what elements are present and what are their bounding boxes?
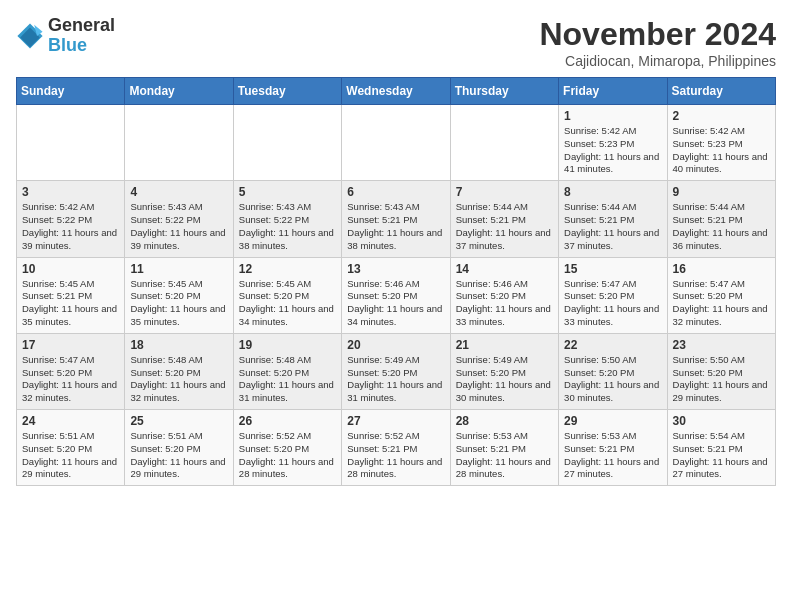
day-number: 20 [347,338,444,352]
day-info: Sunrise: 5:47 AM Sunset: 5:20 PM Dayligh… [564,278,661,329]
weekday-header-saturday: Saturday [667,78,775,105]
calendar-cell: 4Sunrise: 5:43 AM Sunset: 5:22 PM Daylig… [125,181,233,257]
day-info: Sunrise: 5:48 AM Sunset: 5:20 PM Dayligh… [239,354,336,405]
calendar-cell [17,105,125,181]
calendar-cell [125,105,233,181]
calendar-cell: 18Sunrise: 5:48 AM Sunset: 5:20 PM Dayli… [125,333,233,409]
weekday-header-tuesday: Tuesday [233,78,341,105]
calendar-cell: 7Sunrise: 5:44 AM Sunset: 5:21 PM Daylig… [450,181,558,257]
day-info: Sunrise: 5:47 AM Sunset: 5:20 PM Dayligh… [22,354,119,405]
day-number: 15 [564,262,661,276]
day-info: Sunrise: 5:51 AM Sunset: 5:20 PM Dayligh… [130,430,227,481]
day-info: Sunrise: 5:52 AM Sunset: 5:20 PM Dayligh… [239,430,336,481]
calendar-cell [342,105,450,181]
day-number: 8 [564,185,661,199]
calendar-cell: 17Sunrise: 5:47 AM Sunset: 5:20 PM Dayli… [17,333,125,409]
day-info: Sunrise: 5:42 AM Sunset: 5:23 PM Dayligh… [673,125,770,176]
day-info: Sunrise: 5:47 AM Sunset: 5:20 PM Dayligh… [673,278,770,329]
page-header: General Blue November 2024 Cajidiocan, M… [16,16,776,69]
day-number: 5 [239,185,336,199]
day-info: Sunrise: 5:49 AM Sunset: 5:20 PM Dayligh… [347,354,444,405]
calendar-cell: 5Sunrise: 5:43 AM Sunset: 5:22 PM Daylig… [233,181,341,257]
calendar-week-row: 17Sunrise: 5:47 AM Sunset: 5:20 PM Dayli… [17,333,776,409]
calendar-cell: 1Sunrise: 5:42 AM Sunset: 5:23 PM Daylig… [559,105,667,181]
day-number: 22 [564,338,661,352]
day-info: Sunrise: 5:52 AM Sunset: 5:21 PM Dayligh… [347,430,444,481]
calendar-cell: 25Sunrise: 5:51 AM Sunset: 5:20 PM Dayli… [125,410,233,486]
day-number: 17 [22,338,119,352]
calendar-cell: 30Sunrise: 5:54 AM Sunset: 5:21 PM Dayli… [667,410,775,486]
day-number: 24 [22,414,119,428]
day-info: Sunrise: 5:42 AM Sunset: 5:23 PM Dayligh… [564,125,661,176]
day-info: Sunrise: 5:42 AM Sunset: 5:22 PM Dayligh… [22,201,119,252]
calendar-cell: 13Sunrise: 5:46 AM Sunset: 5:20 PM Dayli… [342,257,450,333]
day-info: Sunrise: 5:46 AM Sunset: 5:20 PM Dayligh… [456,278,553,329]
day-number: 16 [673,262,770,276]
day-number: 12 [239,262,336,276]
day-info: Sunrise: 5:50 AM Sunset: 5:20 PM Dayligh… [673,354,770,405]
title-block: November 2024 Cajidiocan, Mimaropa, Phil… [539,16,776,69]
calendar-cell: 2Sunrise: 5:42 AM Sunset: 5:23 PM Daylig… [667,105,775,181]
calendar-cell [233,105,341,181]
calendar-week-row: 3Sunrise: 5:42 AM Sunset: 5:22 PM Daylig… [17,181,776,257]
day-number: 26 [239,414,336,428]
calendar-cell: 23Sunrise: 5:50 AM Sunset: 5:20 PM Dayli… [667,333,775,409]
day-number: 3 [22,185,119,199]
calendar-table: SundayMondayTuesdayWednesdayThursdayFrid… [16,77,776,486]
day-number: 11 [130,262,227,276]
calendar-week-row: 1Sunrise: 5:42 AM Sunset: 5:23 PM Daylig… [17,105,776,181]
day-number: 7 [456,185,553,199]
day-number: 28 [456,414,553,428]
location-subtitle: Cajidiocan, Mimaropa, Philippines [539,53,776,69]
day-info: Sunrise: 5:44 AM Sunset: 5:21 PM Dayligh… [456,201,553,252]
weekday-header-wednesday: Wednesday [342,78,450,105]
weekday-header-row: SundayMondayTuesdayWednesdayThursdayFrid… [17,78,776,105]
day-number: 23 [673,338,770,352]
day-info: Sunrise: 5:43 AM Sunset: 5:22 PM Dayligh… [130,201,227,252]
day-number: 21 [456,338,553,352]
day-number: 29 [564,414,661,428]
calendar-week-row: 10Sunrise: 5:45 AM Sunset: 5:21 PM Dayli… [17,257,776,333]
calendar-cell: 6Sunrise: 5:43 AM Sunset: 5:21 PM Daylig… [342,181,450,257]
calendar-cell: 24Sunrise: 5:51 AM Sunset: 5:20 PM Dayli… [17,410,125,486]
calendar-cell: 11Sunrise: 5:45 AM Sunset: 5:20 PM Dayli… [125,257,233,333]
day-number: 2 [673,109,770,123]
logo: General Blue [16,16,115,56]
day-info: Sunrise: 5:48 AM Sunset: 5:20 PM Dayligh… [130,354,227,405]
calendar-cell: 21Sunrise: 5:49 AM Sunset: 5:20 PM Dayli… [450,333,558,409]
day-number: 10 [22,262,119,276]
calendar-cell: 19Sunrise: 5:48 AM Sunset: 5:20 PM Dayli… [233,333,341,409]
weekday-header-sunday: Sunday [17,78,125,105]
day-info: Sunrise: 5:45 AM Sunset: 5:20 PM Dayligh… [130,278,227,329]
calendar-cell: 26Sunrise: 5:52 AM Sunset: 5:20 PM Dayli… [233,410,341,486]
day-info: Sunrise: 5:45 AM Sunset: 5:20 PM Dayligh… [239,278,336,329]
day-number: 18 [130,338,227,352]
weekday-header-monday: Monday [125,78,233,105]
day-info: Sunrise: 5:49 AM Sunset: 5:20 PM Dayligh… [456,354,553,405]
day-number: 19 [239,338,336,352]
day-info: Sunrise: 5:50 AM Sunset: 5:20 PM Dayligh… [564,354,661,405]
day-info: Sunrise: 5:45 AM Sunset: 5:21 PM Dayligh… [22,278,119,329]
logo-icon [16,22,44,50]
weekday-header-thursday: Thursday [450,78,558,105]
day-number: 25 [130,414,227,428]
calendar-cell: 9Sunrise: 5:44 AM Sunset: 5:21 PM Daylig… [667,181,775,257]
weekday-header-friday: Friday [559,78,667,105]
calendar-cell: 10Sunrise: 5:45 AM Sunset: 5:21 PM Dayli… [17,257,125,333]
calendar-cell [450,105,558,181]
calendar-cell: 20Sunrise: 5:49 AM Sunset: 5:20 PM Dayli… [342,333,450,409]
day-info: Sunrise: 5:43 AM Sunset: 5:21 PM Dayligh… [347,201,444,252]
month-title: November 2024 [539,16,776,53]
calendar-cell: 15Sunrise: 5:47 AM Sunset: 5:20 PM Dayli… [559,257,667,333]
day-number: 4 [130,185,227,199]
day-info: Sunrise: 5:44 AM Sunset: 5:21 PM Dayligh… [564,201,661,252]
day-number: 30 [673,414,770,428]
day-number: 1 [564,109,661,123]
logo-general-text: General [48,15,115,35]
day-info: Sunrise: 5:43 AM Sunset: 5:22 PM Dayligh… [239,201,336,252]
calendar-cell: 27Sunrise: 5:52 AM Sunset: 5:21 PM Dayli… [342,410,450,486]
day-number: 27 [347,414,444,428]
day-number: 14 [456,262,553,276]
day-number: 6 [347,185,444,199]
day-info: Sunrise: 5:53 AM Sunset: 5:21 PM Dayligh… [456,430,553,481]
